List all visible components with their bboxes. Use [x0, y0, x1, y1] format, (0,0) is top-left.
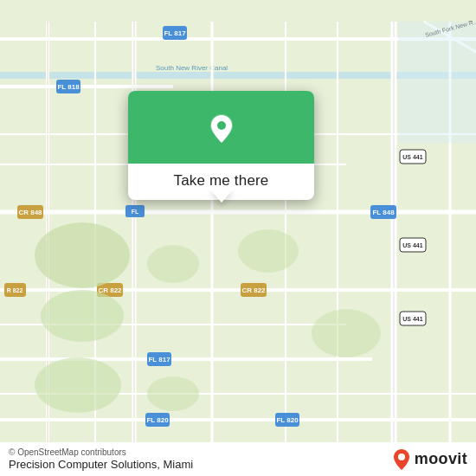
svg-text:US 441: US 441	[402, 242, 422, 248]
bottom-bar: © OpenStreetMap contributors Precision C…	[0, 442, 476, 476]
location-name: Precision Computer Solutions, Miami	[9, 458, 193, 471]
svg-point-59	[35, 357, 121, 413]
map-background: South New River Canal	[0, 0, 476, 476]
svg-text:FL 820: FL 820	[276, 416, 299, 424]
popup-green-area	[128, 91, 314, 164]
svg-point-64	[398, 453, 405, 460]
moovit-pin-icon	[392, 448, 411, 471]
popup-card: Take me there	[128, 91, 314, 200]
map-container: South New River Canal	[0, 0, 476, 476]
osm-attribution: © OpenStreetMap contributors	[9, 447, 193, 457]
svg-text:FL 820: FL 820	[146, 416, 169, 424]
location-pin-icon	[203, 110, 241, 148]
bottom-left-info: © OpenStreetMap contributors Precision C…	[9, 447, 193, 471]
svg-text:R 822: R 822	[7, 287, 23, 293]
moovit-text: moovit	[415, 450, 467, 468]
svg-text:FL 817: FL 817	[164, 29, 186, 37]
svg-text:FL 818: FL 818	[57, 83, 80, 91]
popup-tail	[209, 189, 234, 203]
svg-text:South New River Canal: South New River Canal	[156, 64, 228, 72]
svg-point-57	[238, 229, 299, 273]
moovit-logo: moovit	[392, 448, 467, 471]
svg-text:FL: FL	[132, 209, 139, 215]
svg-text:US 441: US 441	[402, 316, 422, 322]
svg-rect-61	[398, 22, 476, 143]
svg-point-55	[41, 290, 124, 342]
svg-point-56	[147, 245, 199, 283]
svg-text:CR 848: CR 848	[18, 209, 42, 216]
svg-point-60	[147, 376, 199, 411]
svg-text:US 441: US 441	[402, 154, 422, 160]
svg-point-54	[35, 222, 130, 288]
take-me-there-button[interactable]: Take me there	[174, 172, 269, 190]
svg-point-58	[312, 309, 381, 357]
svg-text:FL 848: FL 848	[372, 209, 395, 216]
svg-text:FL 817: FL 817	[148, 356, 170, 363]
svg-text:CR 822: CR 822	[241, 286, 266, 294]
svg-point-63	[217, 121, 226, 130]
